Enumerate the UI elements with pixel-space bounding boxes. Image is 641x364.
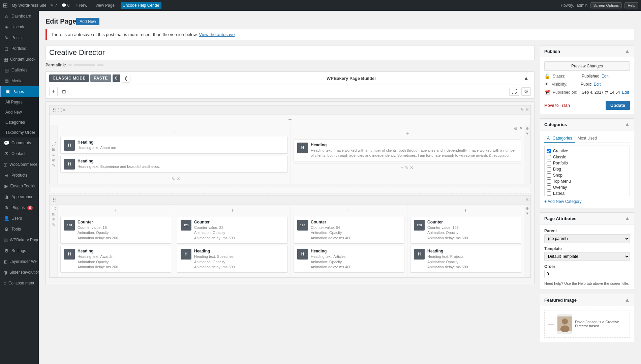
sidebar-item-contact[interactable]: ✉ Contact [0,148,39,159]
category-checkbox-overlay[interactable] [547,185,551,190]
uncode-help-btn[interactable]: Uncode Help Center [121,2,161,9]
col2-close-btn[interactable]: ✕ [519,126,523,131]
row1-right-down[interactable]: ▼ [525,131,529,135]
col2-add-action[interactable]: + [401,165,404,170]
collapse-builder-btn[interactable]: ▲ [521,74,531,82]
tab-most-used[interactable]: Most Used [575,134,600,143]
move-to-trash-btn[interactable]: Move to Trash [544,103,570,108]
sidebar-item-collapse[interactable]: « Collapse menu [0,278,39,289]
row1-add-top-btn[interactable]: + [288,116,292,123]
view-page-btn[interactable]: View Page [93,2,117,9]
col3-add-btn[interactable]: + [114,208,118,215]
sidebar-item-media[interactable]: ▤ Media [0,75,39,86]
col4-add-btn[interactable]: + [231,208,234,215]
sidebar-item-products[interactable]: ⊟ Products [0,170,39,181]
row2-drag-handle[interactable]: ⠿ [52,197,56,203]
publish-panel-header[interactable]: Publish ▲ [540,46,634,57]
sidebar-item-uncode[interactable]: ◈ Uncode [0,22,39,32]
col2-add-btn[interactable]: + [405,130,409,138]
sidebar-item-categories[interactable]: Categories [0,117,39,127]
sidebar-item-settings[interactable]: ⚙ Settings [0,245,39,256]
row1-edit-btn[interactable]: ✎ [520,107,524,112]
row2-close-btn[interactable]: ✕ [525,197,529,202]
sidebar-item-slider-revolution[interactable]: ◑ Slider Revolution [0,267,39,278]
category-checkbox-blog[interactable] [547,167,551,172]
category-checkbox-creative[interactable] [547,149,551,153]
col5-add-btn[interactable]: + [347,208,351,215]
add-category-link[interactable]: + Add New Category [544,199,581,204]
order-input[interactable] [544,270,561,278]
categories-panel-header[interactable]: Categories ▲ [540,119,634,130]
site-name[interactable]: My WordPress Site [12,3,46,8]
settings-toggle-btn[interactable]: ⚙ [521,87,531,96]
sidebar-item-comments[interactable]: 💬 Comments [0,138,39,148]
sidebar-item-portfolio[interactable]: ◻ Portfolio [0,43,39,54]
row2-side-list[interactable]: ≡ [52,217,55,222]
help-btn[interactable]: Help [624,2,638,8]
preview-changes-btn[interactable]: Preview Changes [544,61,630,71]
sidebar-item-all-pages[interactable]: All Pages [0,97,39,107]
parent-select[interactable]: (no parent) [544,234,630,243]
sidebar-item-envato[interactable]: ◉ Envato Toolkit [0,181,39,191]
row1-side-grid[interactable]: ⊞ [52,147,55,152]
add-element-btn[interactable]: + [49,87,58,96]
sidebar-item-taxonomy-order[interactable]: Taxonomy Order [0,127,39,138]
sidebar-item-dashboard[interactable]: ⌂ Dashboard [0,11,39,22]
post-title-field[interactable] [45,45,535,60]
col1-edit-action[interactable]: ✎ [172,176,175,181]
col6-add-btn[interactable]: + [464,208,467,215]
visibility-edit-link[interactable]: Edit [594,82,601,87]
row1-side-edit[interactable]: ✎ [52,163,55,168]
sidebar-item-layerslider[interactable]: ◐ LayerSlider WP [0,256,39,267]
new-content-btn[interactable]: + New [74,2,89,9]
sidebar-item-tools[interactable]: ⚙ Tools [0,224,39,235]
category-checkbox-lateral[interactable] [547,191,551,196]
sidebar-item-galleries[interactable]: ▨ Galleries [0,65,39,75]
sidebar-item-appearance[interactable]: ◑ Appearance [0,191,39,202]
published-edit-link[interactable]: Edit [622,90,629,95]
category-checkbox-top-menu[interactable] [547,179,551,184]
row2-side-edit[interactable]: ✎ [52,222,55,227]
fullscreen-btn[interactable]: ⛶ [509,88,519,96]
screen-options-btn[interactable]: Screen Options [590,2,622,8]
update-btn[interactable]: Update [606,101,630,110]
paste-btn[interactable]: PASTE [90,74,111,82]
row1-drag-handle[interactable]: ⠿ [52,107,56,113]
sidebar-item-users[interactable]: 👤 Users [0,213,39,224]
featured-image-toggle[interactable]: ▲ [624,297,630,303]
sidebar-item-add-new[interactable]: Add New [0,107,39,117]
num-btn[interactable]: 0 [113,74,120,82]
columns-btn[interactable]: ⊞ [60,88,68,95]
status-edit-link[interactable]: Edit [602,74,609,79]
featured-image-placeholder[interactable]: — David Jonson is a Creative Direc [544,310,630,338]
row1-side-list[interactable]: ≡ [52,152,55,157]
row1-side-expand[interactable]: ⛶ [52,142,56,146]
page-attributes-header[interactable]: Page Attributes ▲ [540,213,634,224]
row1-right-copy[interactable]: ⊕ [526,126,529,131]
classic-mode-btn[interactable]: CLASSIC MODE [49,74,89,82]
categories-panel-toggle[interactable]: ▲ [624,121,630,127]
publish-panel-toggle[interactable]: ▲ [624,48,630,54]
row1-side-copy[interactable]: ⊕ [52,158,55,162]
add-new-button[interactable]: Add New [76,18,99,25]
template-select[interactable]: Default Template [544,252,630,261]
row1-close-btn[interactable]: ✕ [525,107,529,112]
col2-copy-btn[interactable]: ⊕ [514,126,518,131]
sidebar-item-woocommerce[interactable]: ◎ WooCommerce [0,159,39,170]
row2-right-down[interactable]: ▼ [525,211,529,215]
row2-side-expand[interactable]: ⛶ [52,206,56,211]
page-attributes-toggle[interactable]: ▲ [624,215,630,221]
tab-all-categories[interactable]: All Categories [544,134,575,143]
category-checkbox-portfolio[interactable] [547,161,551,165]
category-checkbox-shop[interactable] [547,173,551,178]
permalink-slug[interactable] [74,64,95,66]
sidebar-item-plugins[interactable]: ⊕ Plugins 6 [0,202,39,213]
toggle-view-btn[interactable]: ❮ [122,74,130,83]
sidebar-item-pages[interactable]: ▣ Pages [0,86,39,97]
col1-add-btn[interactable]: + [172,128,176,135]
sidebar-item-posts[interactable]: ✎ Posts [0,32,39,43]
col1-add-action[interactable]: + [168,176,171,181]
col2-delete-action[interactable]: ✕ [410,165,414,170]
row2-right-copy[interactable]: ⊕ [526,206,529,211]
col2-edit-action[interactable]: ✎ [405,165,408,170]
